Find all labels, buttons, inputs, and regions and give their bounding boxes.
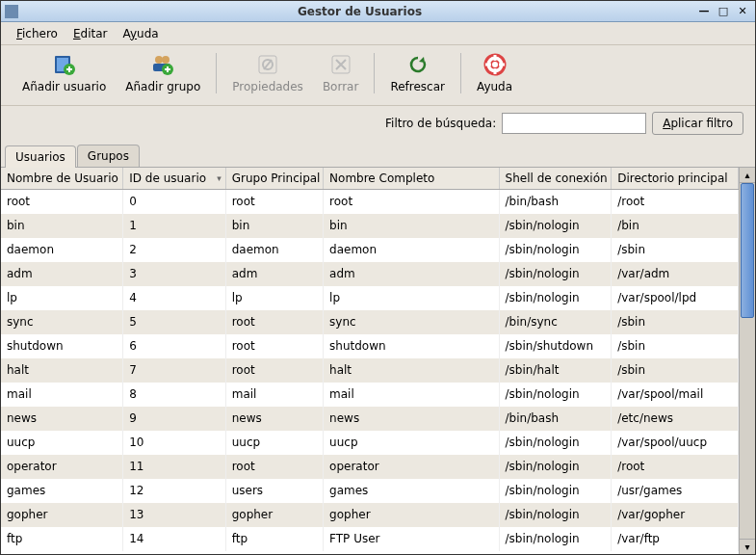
cell-username: root [1,190,123,214]
help-icon [483,53,507,76]
add-group-icon [151,53,174,76]
cell-username: adm [1,262,123,286]
table-row[interactable]: lp4lplp/sbin/nologin/var/spool/lpd [1,286,739,310]
menu-fichero[interactable]: Fichero [9,24,65,43]
cell-pgroup: users [225,479,323,503]
cell-username: halt [1,358,123,383]
col-fullname[interactable]: Nombre Completo [324,168,500,190]
cell-home: /var/spool/uucp [612,431,739,455]
col-shell[interactable]: Shell de conexión [499,168,612,190]
titlebar[interactable]: Gestor de Usuarios — □ ✕ [1,1,755,22]
cell-pgroup: root [225,358,323,383]
cell-home: /etc/news [612,407,739,431]
help-button[interactable]: Ayuda [467,51,522,95]
cell-fullname: news [324,407,500,431]
cell-shell: /sbin/nologin [499,262,612,286]
cell-shell: /sbin/nologin [499,479,612,503]
table-row[interactable]: shutdown6rootshutdown/sbin/shutdown/sbin [1,334,739,358]
cell-username: gopher [1,503,123,527]
tab-users[interactable]: Usuarios [5,145,76,168]
cell-shell: /sbin/shutdown [499,334,612,358]
apply-filter-button[interactable]: Aplicar filtro [652,112,743,135]
add-group-label: Añadir grupo [125,80,200,93]
scroll-down-button[interactable]: ▾ [740,539,755,554]
tab-groups[interactable]: Grupos [77,145,140,167]
svg-point-3 [155,56,163,64]
cell-shell: /sbin/nologin [499,214,612,238]
table-row[interactable]: games12usersgames/sbin/nologin/usr/games [1,479,739,503]
table-row[interactable]: ftp14ftpFTP User/sbin/nologin/var/ftp [1,527,739,551]
cell-fullname: uucp [324,431,500,455]
scroll-thumb[interactable] [741,183,754,318]
col-username[interactable]: Nombre de Usuario [1,168,123,190]
cell-home: /sbin [612,310,739,334]
table-row[interactable]: sync5rootsync/bin/sync/sbin [1,310,739,334]
cell-shell: /sbin/halt [499,358,612,383]
app-window: Gestor de Usuarios — □ ✕ Fichero Editar … [0,0,756,555]
menubar: Fichero Editar Ayuda [1,22,755,45]
properties-label: Propiedades [232,80,303,93]
add-user-label: Añadir usuario [22,80,106,93]
cell-home: /var/gopher [612,503,739,527]
cell-pgroup: root [225,310,323,334]
filter-label: Filtro de búsqueda: [385,117,496,130]
table-row[interactable]: news9newsnews/bin/bash/etc/news [1,407,739,431]
add-user-button[interactable]: Añadir usuario [13,51,116,95]
refresh-button[interactable]: Refrescar [380,51,455,95]
properties-icon [256,53,279,76]
cell-shell: /sbin/nologin [499,455,612,479]
cell-username: uucp [1,431,123,455]
filter-row: Filtro de búsqueda: Aplicar filtro [1,106,755,145]
cell-pgroup: gopher [225,503,323,527]
delete-label: Borrar [323,80,359,93]
cell-username: operator [1,455,123,479]
minimize-button[interactable]: — [695,5,713,18]
cell-username: news [1,407,123,431]
scroll-track[interactable] [740,183,755,539]
menu-editar[interactable]: Editar [65,24,116,43]
cell-username: lp [1,286,123,310]
table-row[interactable]: halt7roothalt/sbin/halt/sbin [1,358,739,383]
help-label: Ayuda [477,80,512,93]
toolbar: Añadir usuario Añadir grupo Propiedades … [1,45,755,106]
cell-username: bin [1,214,123,238]
delete-button: Borrar [313,51,369,95]
col-home[interactable]: Directorio principal [612,168,739,190]
toolbar-separator [460,53,461,93]
cell-pgroup: root [225,190,323,214]
menu-fichero-rest: ichero [22,27,58,40]
menu-ayuda-rest: uda [137,27,159,40]
table-row[interactable]: adm3admadm/sbin/nologin/var/adm [1,262,739,286]
table-row[interactable]: operator11rootoperator/sbin/nologin/root [1,455,739,479]
vertical-scrollbar[interactable]: ▴ ▾ [739,168,755,554]
refresh-icon [406,53,430,76]
apply-filter-rest: plicar filtro [670,117,733,130]
cell-shell: /bin/bash [499,407,612,431]
cell-uid: 9 [123,407,225,431]
table-row[interactable]: uucp10uucpuucp/sbin/nologin/var/spool/uu… [1,431,739,455]
maximize-button[interactable]: □ [715,5,732,18]
cell-fullname: root [324,190,500,214]
table-row[interactable]: root0rootroot/bin/bash/root [1,190,739,214]
cell-username: daemon [1,238,123,262]
col-pgroup[interactable]: Grupo Principal [225,168,323,190]
cell-shell: /sbin/nologin [499,238,612,262]
table-row[interactable]: gopher13gophergopher/sbin/nologin/var/go… [1,503,739,527]
window-title: Gestor de Usuarios [24,5,695,18]
cell-pgroup: bin [225,214,323,238]
menu-ayuda[interactable]: Ayuda [116,24,167,43]
cell-home: /root [612,455,739,479]
filter-label-post: squeda: [450,117,496,130]
col-uid[interactable]: ID de usuario▾ [123,168,225,190]
add-group-button[interactable]: Añadir grupo [116,51,210,95]
close-button[interactable]: ✕ [734,5,751,18]
search-input[interactable] [502,113,646,134]
cell-shell: /bin/sync [499,310,612,334]
cell-pgroup: mail [225,383,323,407]
table-row[interactable]: mail8mailmail/sbin/nologin/var/spool/mai… [1,383,739,407]
table-row[interactable]: daemon2daemondaemon/sbin/nologin/sbin [1,238,739,262]
table-row[interactable]: bin1binbin/sbin/nologin/bin [1,214,739,238]
table-scroll[interactable]: Nombre de Usuario ID de usuario▾ Grupo P… [1,168,739,554]
cell-fullname: adm [324,262,500,286]
scroll-up-button[interactable]: ▴ [740,168,755,183]
